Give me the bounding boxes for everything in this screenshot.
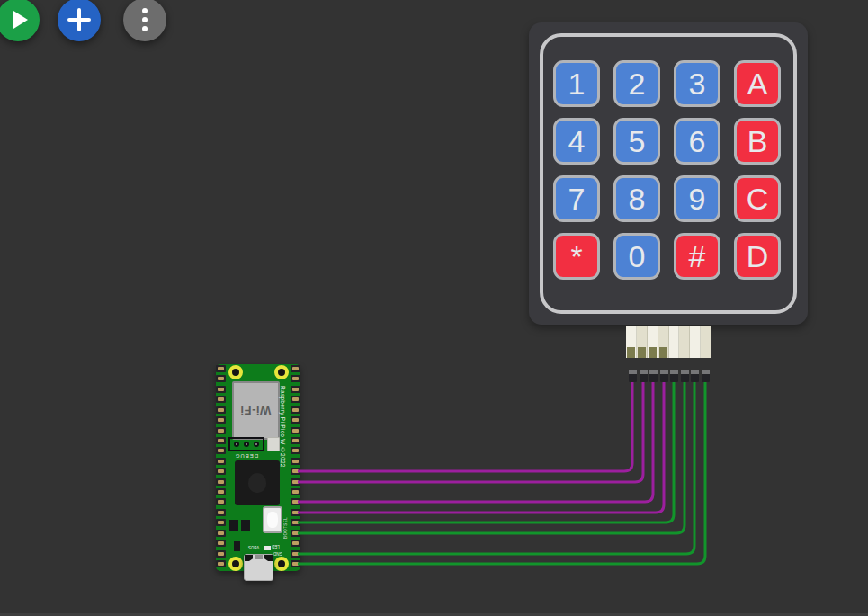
pico-pin-pad bbox=[216, 478, 226, 486]
pico-pin-pad bbox=[291, 406, 300, 414]
pico-pin-contact bbox=[218, 480, 224, 484]
keypad-header-pin[interactable] bbox=[702, 370, 710, 382]
debug-label: DEBUG bbox=[228, 453, 264, 459]
pico-pin-pad bbox=[216, 560, 226, 567]
keypad-key[interactable]: 5 bbox=[613, 118, 660, 165]
pico-pin-contact bbox=[292, 408, 299, 412]
pico-pin-pad bbox=[291, 458, 300, 465]
keypad-key[interactable]: # bbox=[674, 233, 720, 280]
pico-pin-contact bbox=[292, 377, 299, 380]
mounting-hole bbox=[228, 365, 243, 379]
keypad-key[interactable]: C bbox=[734, 175, 781, 222]
pico-pin-contact bbox=[292, 460, 299, 463]
debug-header bbox=[228, 437, 264, 451]
keypad-header-pin[interactable] bbox=[660, 370, 668, 382]
pico-pin-contact bbox=[218, 511, 224, 514]
more-options-button[interactable] bbox=[123, 0, 166, 41]
keypad-key[interactable]: 9 bbox=[674, 175, 720, 222]
bootsel-button[interactable] bbox=[263, 506, 282, 533]
ribbon-stripe bbox=[637, 326, 648, 358]
ribbon-stripe-tip bbox=[649, 347, 657, 358]
pico-pin-contact bbox=[218, 429, 224, 433]
keypad-header-pin[interactable] bbox=[649, 370, 658, 382]
ribbon-stripe bbox=[679, 326, 690, 358]
pico-pin-pad bbox=[291, 519, 300, 526]
pico-pin-pad bbox=[291, 498, 300, 505]
wire-col-3 bbox=[298, 379, 694, 554]
wire-row-1 bbox=[298, 379, 632, 471]
keypad-header-pin[interactable] bbox=[670, 370, 678, 382]
keypad-key[interactable]: A bbox=[734, 60, 781, 107]
keypad-key[interactable]: 0 bbox=[613, 233, 660, 280]
pico-pin-pad bbox=[291, 447, 300, 454]
kebab-menu-icon bbox=[142, 8, 148, 31]
pico-pin-contact bbox=[218, 531, 224, 535]
pico-pins-left bbox=[216, 364, 226, 571]
keypad-key[interactable]: 1 bbox=[553, 60, 600, 107]
pico-pin-contact bbox=[292, 531, 299, 535]
keypad-key[interactable]: D bbox=[734, 233, 781, 280]
keypad-key[interactable]: 8 bbox=[613, 175, 660, 222]
pico-pin-pad bbox=[216, 406, 226, 414]
ribbon-stripe-tip bbox=[659, 347, 667, 358]
keypad-header-pin[interactable] bbox=[681, 370, 689, 382]
pico-pin-contact bbox=[292, 418, 299, 422]
pico-pins-right bbox=[291, 364, 300, 571]
pico-pin-pad bbox=[291, 416, 300, 424]
keypad-key[interactable]: 3 bbox=[674, 60, 720, 107]
pico-pin-contact bbox=[292, 541, 299, 545]
pico-pin-contact bbox=[218, 521, 224, 524]
pico-pin-contact bbox=[292, 429, 299, 433]
keypad-header-pin[interactable] bbox=[640, 370, 648, 382]
plus-icon bbox=[67, 8, 91, 31]
pico-pin-pad bbox=[216, 416, 226, 424]
add-part-button[interactable] bbox=[58, 0, 101, 41]
wire-col-1 bbox=[298, 379, 674, 522]
keypad-header-pin[interactable] bbox=[629, 370, 637, 382]
pico-pin-contact bbox=[292, 469, 299, 473]
ribbon-stripe bbox=[690, 326, 701, 358]
ribbon-stripe bbox=[626, 326, 637, 358]
pico-pin-pad bbox=[216, 375, 226, 382]
rp2040-chip bbox=[235, 460, 280, 505]
bootsel-label: BOOTSEL bbox=[283, 501, 288, 539]
pico-pin-contact bbox=[218, 449, 224, 452]
pico-pin-pad bbox=[216, 458, 226, 465]
simulator-canvas[interactable]: Wi-Fi Raspberry Pi Pico W ©2022 DEBUG BO… bbox=[0, 0, 868, 616]
pico-pin-contact bbox=[218, 552, 224, 556]
keypad-key[interactable]: * bbox=[553, 233, 600, 280]
keypad-key[interactable]: 4 bbox=[553, 118, 600, 165]
pico-pin-contact bbox=[292, 500, 299, 504]
pico-pin-pad bbox=[291, 386, 300, 393]
pico-pin-pad bbox=[216, 498, 226, 505]
pico-pin-pad bbox=[291, 427, 300, 434]
mounting-hole bbox=[274, 365, 289, 379]
pico-pin-contact bbox=[292, 388, 299, 391]
mounting-hole bbox=[228, 557, 243, 571]
board-title: Raspberry Pi Pico W ©2022 bbox=[280, 386, 286, 512]
pico-pin-pad bbox=[291, 375, 300, 382]
pico-pin-pad bbox=[291, 365, 300, 372]
pico-pin-contact bbox=[292, 511, 299, 514]
membrane-keypad[interactable]: 1 2 3 A 4 5 6 B 7 8 9 C * 0 # D bbox=[529, 22, 808, 325]
smd-component bbox=[229, 520, 238, 531]
ribbon-stripe bbox=[648, 326, 658, 358]
pico-pin-pad bbox=[216, 447, 226, 454]
keypad-key[interactable]: B bbox=[734, 118, 781, 165]
micro-usb-connector bbox=[244, 554, 273, 581]
ribbon-stripe bbox=[669, 326, 680, 358]
pico-pin-contact bbox=[218, 408, 224, 412]
pico-pin-pad bbox=[291, 437, 300, 444]
keypad-header-pin[interactable] bbox=[691, 370, 699, 382]
pico-pin-pad bbox=[216, 468, 226, 475]
pico-pin-contact bbox=[292, 397, 299, 401]
pico-pin-pad bbox=[216, 509, 226, 516]
run-simulation-button[interactable] bbox=[0, 0, 40, 41]
keypad-key[interactable]: 6 bbox=[674, 118, 720, 165]
raspberry-pi-pico-w-board[interactable]: Wi-Fi Raspberry Pi Pico W ©2022 DEBUG BO… bbox=[216, 364, 300, 571]
keypad-key[interactable]: 2 bbox=[613, 60, 660, 107]
ribbon-stripe bbox=[658, 326, 669, 358]
wire-col-2 bbox=[298, 379, 685, 533]
keypad-key[interactable]: 7 bbox=[553, 175, 600, 222]
pico-pin-pad bbox=[291, 509, 300, 516]
